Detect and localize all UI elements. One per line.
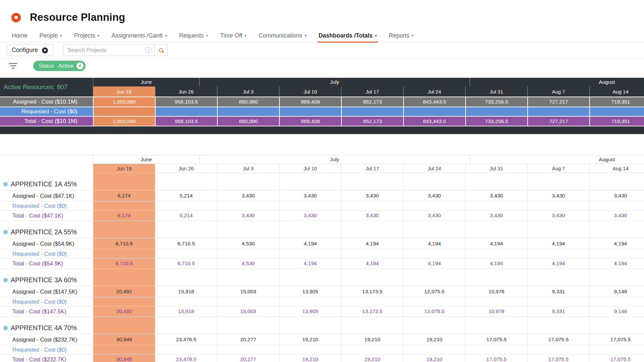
date-header-aug-7[interactable]: Aug 7 (527, 164, 589, 173)
grid-cell[interactable]: 3,430 (217, 210, 279, 221)
grid-cell[interactable]: 13,905 (279, 286, 341, 297)
grid-cell[interactable]: 15,003 (217, 306, 279, 317)
nav-item-dashboards-totals[interactable]: Dashboards /Totals▾ (313, 29, 383, 42)
date-header-jul-31[interactable]: Jul 31 (465, 164, 527, 173)
close-icon[interactable]: ✕ (76, 62, 84, 69)
grid-cell[interactable]: 20,492 (93, 306, 155, 317)
grid-cell[interactable]: 17,075.5 (589, 354, 644, 362)
grid-cell[interactable]: 13,173.5 (341, 286, 403, 297)
grid-cell[interactable]: 4,194 (465, 238, 527, 249)
date-header-jul-10[interactable]: Jul 10 (279, 86, 341, 97)
date-header-jul-3[interactable]: Jul 3 (217, 164, 279, 173)
grid-cell[interactable]: 9,148 (589, 286, 644, 297)
grid-cell[interactable]: 3,430 (279, 190, 341, 201)
grid-cell[interactable]: 6,174 (93, 190, 155, 201)
grid-cell[interactable]: 3,430 (589, 210, 644, 221)
grid-cell[interactable] (403, 297, 465, 306)
nav-item-projects[interactable]: Projects▾ (68, 29, 106, 42)
grid-cell[interactable]: 4,194 (279, 258, 341, 269)
grid-cell[interactable]: 19,210 (341, 354, 403, 362)
grid-cell[interactable] (527, 201, 589, 210)
grid-cell[interactable]: 12,075.5 (403, 286, 465, 297)
search-input[interactable] (63, 47, 145, 53)
grid-cell[interactable] (155, 201, 217, 210)
grid-cell[interactable] (217, 345, 279, 354)
grid-cell[interactable]: 19,210 (279, 334, 341, 345)
grid-cell[interactable]: 30,949 (93, 354, 155, 362)
grid-cell[interactable] (279, 201, 341, 210)
grid-cell[interactable] (93, 297, 155, 306)
grid-cell[interactable] (217, 297, 279, 306)
grid-cell[interactable]: 4,194 (589, 258, 644, 269)
grid-cell[interactable]: 6,710.5 (155, 258, 217, 269)
grid-cell[interactable]: 4,194 (279, 238, 341, 249)
grid-cell[interactable] (217, 201, 279, 210)
grid-cell[interactable]: 17,075.5 (589, 334, 644, 345)
grid-cell[interactable] (279, 249, 341, 258)
grid-cell[interactable]: 6,710.5 (155, 238, 217, 249)
grid-cell[interactable] (403, 345, 465, 354)
grid-cell[interactable]: 3,430 (341, 210, 403, 221)
grid-cell[interactable] (465, 201, 527, 210)
grid-cell[interactable]: 4,194 (527, 258, 589, 269)
grid-cell[interactable] (93, 345, 155, 354)
grid-cell[interactable] (589, 297, 644, 306)
grid-cell[interactable]: 3,430 (217, 190, 279, 201)
grid-cell[interactable] (589, 201, 644, 210)
grid-cell[interactable]: 4,194 (403, 238, 465, 249)
grid-cell[interactable]: 13,173.5 (341, 306, 403, 317)
grid-cell[interactable]: 4,194 (589, 238, 644, 249)
grid-cell[interactable]: 4,194 (341, 258, 403, 269)
grid-cell[interactable]: 9,148 (589, 306, 644, 317)
grid-cell[interactable] (465, 297, 527, 306)
grid-cell[interactable]: 20,277 (217, 354, 279, 362)
grid-cell[interactable] (279, 297, 341, 306)
grid-cell[interactable]: 4,194 (465, 258, 527, 269)
grid-cell[interactable]: 10,978 (465, 286, 527, 297)
grid-cell[interactable]: 6,710.5 (93, 238, 155, 249)
grid-cell[interactable]: 17,075.5 (465, 354, 527, 362)
nav-item-communications[interactable]: Communications▾ (253, 29, 313, 42)
grid-cell[interactable]: 10,978 (465, 306, 527, 317)
grid-cell[interactable]: 5,214 (155, 190, 217, 201)
grid-cell[interactable]: 4,194 (527, 238, 589, 249)
grid-cell[interactable] (589, 249, 644, 258)
grid-cell[interactable]: 20,277 (217, 334, 279, 345)
grid-cell[interactable]: 3,430 (341, 190, 403, 201)
grid-cell[interactable] (403, 201, 465, 210)
date-header-jul-17[interactable]: Jul 17 (341, 164, 403, 173)
grid-cell[interactable]: 6,710.5 (93, 258, 155, 269)
date-header-jul-24[interactable]: Jul 24 (403, 86, 465, 97)
grid-cell[interactable]: 17,075.5 (527, 354, 589, 362)
grid-cell[interactable]: 19,210 (279, 354, 341, 362)
grid-cell[interactable]: 3,430 (403, 210, 465, 221)
grid-cell[interactable]: 17,075.5 (527, 334, 589, 345)
info-icon[interactable]: i (145, 47, 152, 53)
date-header-jun-26[interactable]: Jun 26 (155, 164, 217, 173)
grid-cell[interactable] (155, 249, 217, 258)
grid-cell[interactable]: 6,174 (93, 210, 155, 221)
grid-cell[interactable]: 4,194 (403, 258, 465, 269)
nav-item-time-off[interactable]: Time Off▾ (214, 29, 253, 42)
grid-cell[interactable]: 17,075.5 (465, 334, 527, 345)
grid-cell[interactable] (93, 249, 155, 258)
grid-cell[interactable]: 4,530 (217, 238, 279, 249)
nav-item-assignments-gantt[interactable]: Assignments /Gantt▾ (105, 29, 173, 42)
grid-cell[interactable] (341, 297, 403, 306)
date-header-aug-14[interactable]: Aug 14 (589, 86, 644, 97)
grid-cell[interactable]: 15,918 (155, 306, 217, 317)
grid-cell[interactable]: 15,918 (155, 286, 217, 297)
grid-cell[interactable]: 4,530 (217, 258, 279, 269)
date-header-jul-31[interactable]: Jul 31 (465, 86, 527, 97)
grid-cell[interactable] (527, 249, 589, 258)
configure-button[interactable]: Configure (7, 44, 54, 56)
grid-cell[interactable]: 3,430 (527, 190, 589, 201)
grid-cell[interactable]: 12,075.5 (403, 306, 465, 317)
grid-cell[interactable]: 19,210 (341, 334, 403, 345)
grid-cell[interactable]: 4,194 (341, 238, 403, 249)
grid-cell[interactable] (465, 345, 527, 354)
date-header-jul-3[interactable]: Jul 3 (217, 86, 279, 97)
grid-cell[interactable]: 23,478.5 (155, 354, 217, 362)
grid-cell[interactable]: 30,949 (93, 334, 155, 345)
grid-cell[interactable] (155, 345, 217, 354)
